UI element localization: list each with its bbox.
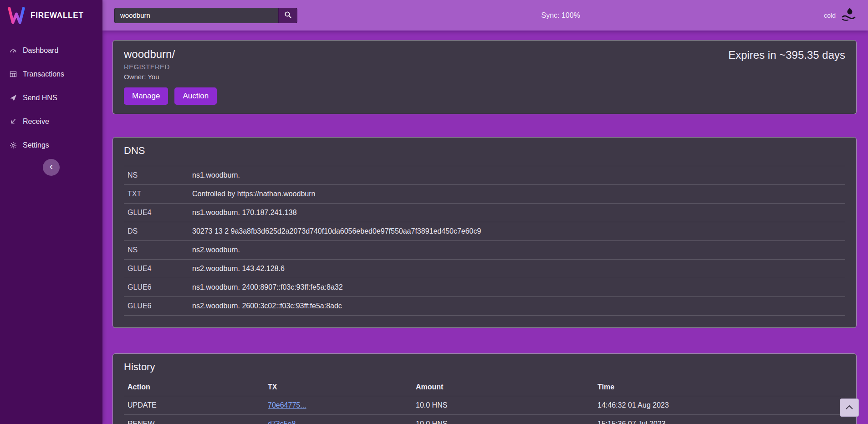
history-action: UPDATE	[128, 401, 268, 409]
sidebar-item-label: Settings	[23, 140, 49, 150]
dns-record-row: GLUE4 ns2.woodburn. 143.42.128.6	[124, 259, 845, 278]
history-col-tx: TX	[268, 383, 416, 391]
dns-record-value: ns1.woodburn.	[192, 171, 842, 179]
dns-record-type: TXT	[128, 190, 192, 198]
sidebar-item-receive[interactable]: Receive	[0, 110, 102, 133]
dns-record-type: DS	[128, 227, 192, 235]
sidebar-item-label: Transactions	[23, 69, 64, 79]
dns-record-type: NS	[128, 171, 192, 179]
history-time: 15:15:36 07 Jul 2023	[597, 420, 842, 424]
history-title: History	[124, 361, 845, 373]
sidebar-item-label: Dashboard	[23, 46, 58, 56]
domain-status: REGISTERED	[124, 63, 845, 71]
chevron-up-icon	[845, 404, 854, 412]
domain-actions: Manage Auction	[124, 87, 845, 105]
history-amount: 10.0 HNS	[416, 401, 597, 409]
brand-name: FIREWALLET	[31, 11, 84, 20]
dns-record-value: ns1.woodburn. 170.187.241.138	[192, 209, 842, 217]
sidebar-item-label: Receive	[23, 117, 49, 127]
search-input[interactable]	[114, 8, 278, 23]
search-icon	[284, 11, 292, 20]
dns-record-value: 30273 13 2 9a3a8fb3d625d2a2073d740f10da6…	[192, 227, 842, 235]
dns-record-row: NS ns1.woodburn.	[124, 166, 845, 184]
dns-record-value: ns2.woodburn. 143.42.128.6	[192, 265, 842, 273]
dashboard-icon	[9, 47, 17, 54]
domain-owner: Owner: You	[124, 73, 845, 81]
sidebar-item-dashboard[interactable]: Dashboard	[0, 39, 102, 62]
history-row: UPDATE 70e64775... 10.0 HNS 14:46:32 01 …	[124, 396, 845, 415]
chevron-left-icon: ‹	[50, 162, 53, 172]
history-col-amount: Amount	[416, 383, 597, 391]
dns-record-row: TXT Controlled by https://nathan.woodbur…	[124, 184, 845, 203]
domain-card: woodburn/ REGISTERED Owner: You Manage A…	[112, 40, 857, 114]
sidebar-item-transactions[interactable]: Transactions	[0, 62, 102, 86]
dns-card: DNS NS ns1.woodburn. TXT Controlled by h…	[112, 137, 857, 328]
topbar: Sync: 100% cold	[102, 0, 868, 31]
send-icon	[9, 94, 17, 102]
dns-record-row: GLUE6 ns1.woodburn. 2400:8907::f03c:93ff…	[124, 278, 845, 296]
sidebar: FIREWALLET Dashboard Transactions Send H…	[0, 0, 102, 424]
sidebar-nav: Dashboard Transactions Send HNS Receive	[0, 39, 102, 157]
sidebar-collapse-button[interactable]: ‹	[43, 159, 60, 176]
dns-record-type: GLUE4	[128, 265, 192, 273]
history-card: History Action TX Amount Time UPDATE 70e…	[112, 353, 857, 424]
dns-record-row: DS 30273 13 2 9a3a8fb3d625d2a2073d740f10…	[124, 222, 845, 240]
history-action: RENEW	[128, 420, 268, 424]
sidebar-item-send-hns[interactable]: Send HNS	[0, 86, 102, 110]
dns-record-value: ns1.woodburn. 2400:8907::f03c:93ff:fe5a:…	[192, 283, 842, 291]
dns-record-row: GLUE4 ns1.woodburn. 170.187.241.138	[124, 203, 845, 222]
dns-record-value: Controlled by https://nathan.woodburn	[192, 190, 842, 198]
history-header-row: Action TX Amount Time	[124, 378, 845, 396]
scroll-to-top-button[interactable]	[840, 398, 859, 417]
settings-icon	[9, 142, 17, 149]
hand-fire-icon	[840, 7, 856, 24]
sidebar-item-label: Send HNS	[23, 93, 57, 103]
tx-link[interactable]: 70e64775...	[268, 401, 306, 409]
dns-record-type: NS	[128, 246, 192, 254]
dns-record-row: GLUE6 ns2.woodburn. 2600:3c02::f03c:93ff…	[124, 296, 845, 316]
wallet-mode: cold	[824, 7, 856, 24]
firewallet-logo-icon	[7, 7, 26, 24]
history-amount: 10.0 HNS	[416, 420, 597, 424]
dns-record-type: GLUE4	[128, 209, 192, 217]
dns-record-type: GLUE6	[128, 283, 192, 291]
history-row: RENEW d73c5e8... 10.0 HNS 15:15:36 07 Ju…	[124, 415, 845, 424]
dns-record-row: NS ns2.woodburn.	[124, 240, 845, 259]
search-group	[114, 8, 297, 23]
dns-record-value: ns2.woodburn. 2600:3c02::f03c:93ff:fe5a:…	[192, 302, 842, 310]
receive-icon	[9, 118, 17, 125]
sync-status: Sync: 100%	[541, 11, 580, 20]
dns-record-type: GLUE6	[128, 302, 192, 310]
manage-button[interactable]: Manage	[124, 87, 168, 105]
dns-table: NS ns1.woodburn. TXT Controlled by https…	[124, 166, 845, 316]
main-content: woodburn/ REGISTERED Owner: You Manage A…	[102, 31, 868, 424]
dns-title: DNS	[124, 145, 845, 157]
auction-button[interactable]: Auction	[174, 87, 217, 105]
dns-record-value: ns2.woodburn.	[192, 246, 842, 254]
wallet-mode-label: cold	[824, 12, 836, 19]
search-button[interactable]	[278, 8, 297, 23]
brand[interactable]: FIREWALLET	[0, 0, 102, 31]
tx-link[interactable]: d73c5e8...	[268, 420, 302, 424]
history-col-time: Time	[597, 383, 842, 391]
transactions-icon	[9, 71, 17, 78]
domain-expiry: Expires in ~395.35 days	[728, 49, 845, 61]
sidebar-item-settings[interactable]: Settings	[0, 133, 102, 157]
history-time: 14:46:32 01 Aug 2023	[597, 401, 842, 409]
history-col-action: Action	[128, 383, 268, 391]
